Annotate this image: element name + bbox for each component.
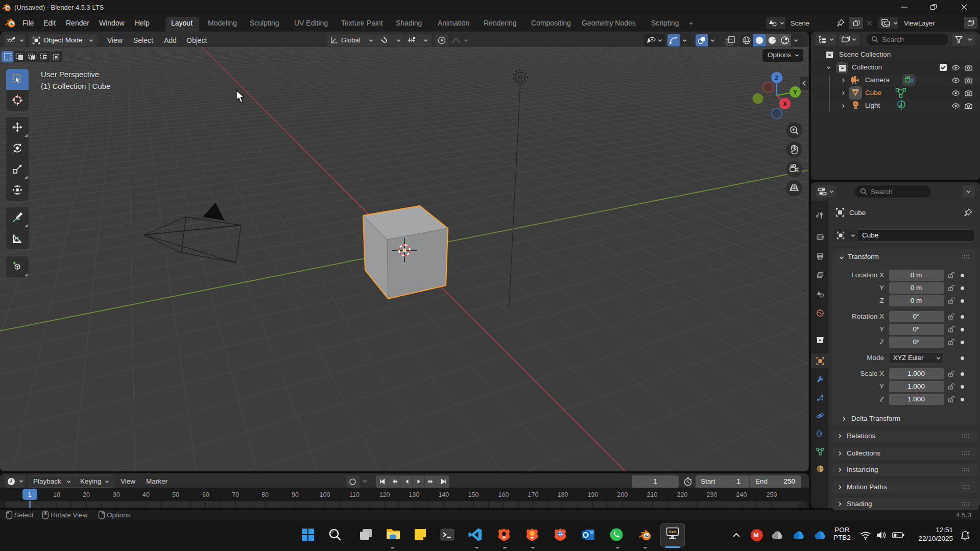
svg-text:80: 80	[261, 491, 269, 498]
svg-text:z: z	[967, 531, 969, 535]
svg-text:X: X	[783, 101, 787, 108]
svg-text:110: 110	[349, 491, 360, 498]
svg-text:20: 20	[83, 491, 90, 498]
svg-text:120: 120	[379, 491, 390, 498]
svg-text:190: 190	[588, 491, 599, 498]
svg-text:220: 220	[677, 491, 688, 498]
svg-text:200: 200	[617, 491, 628, 498]
svg-text:100: 100	[320, 491, 330, 498]
svg-text:150: 150	[468, 491, 479, 498]
svg-text:130: 130	[409, 491, 420, 498]
svg-text:50: 50	[172, 491, 179, 498]
svg-text:70: 70	[232, 491, 239, 498]
svg-text:Z: Z	[775, 75, 778, 82]
svg-text:10: 10	[53, 491, 60, 498]
svg-text:140: 140	[439, 491, 449, 498]
svg-text:210: 210	[647, 491, 658, 498]
svg-text:160: 160	[498, 491, 509, 498]
svg-text:S>G: S>G	[668, 530, 676, 534]
svg-text:170: 170	[528, 491, 539, 498]
svg-text:180: 180	[558, 491, 568, 498]
svg-text:230: 230	[707, 491, 718, 498]
svg-text:60: 60	[202, 491, 209, 498]
svg-text:30: 30	[113, 491, 120, 498]
svg-text:90: 90	[292, 491, 299, 498]
svg-text:240: 240	[736, 491, 747, 498]
svg-text:40: 40	[142, 491, 150, 498]
svg-text:250: 250	[767, 491, 777, 498]
svg-text:Y: Y	[793, 89, 797, 96]
